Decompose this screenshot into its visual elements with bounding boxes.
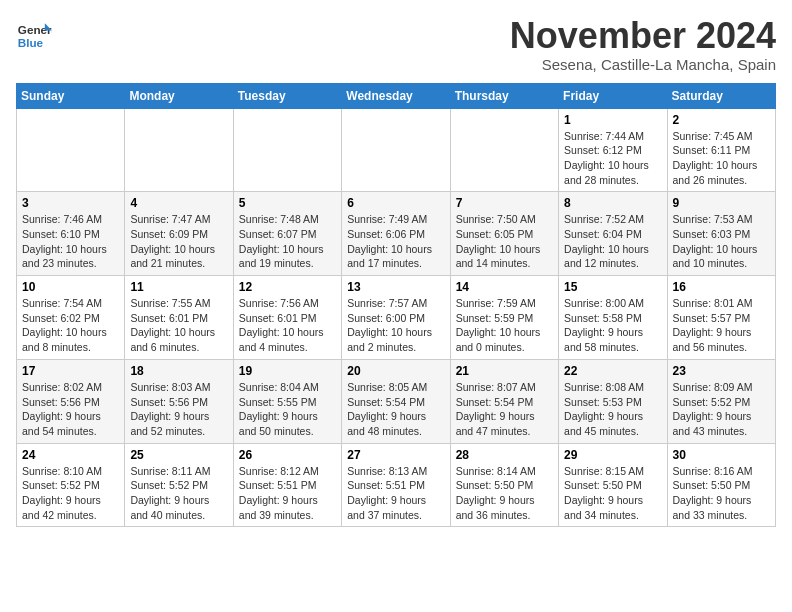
calendar-cell: 22Sunrise: 8:08 AM Sunset: 5:53 PM Dayli… [559,359,667,443]
calendar-cell: 2Sunrise: 7:45 AM Sunset: 6:11 PM Daylig… [667,108,775,192]
calendar-cell: 24Sunrise: 8:10 AM Sunset: 5:52 PM Dayli… [17,443,125,527]
calendar-cell: 5Sunrise: 7:48 AM Sunset: 6:07 PM Daylig… [233,192,341,276]
day-number: 21 [456,364,553,378]
day-info: Sunrise: 8:13 AM Sunset: 5:51 PM Dayligh… [347,464,444,523]
day-info: Sunrise: 7:53 AM Sunset: 6:03 PM Dayligh… [673,212,770,271]
day-number: 9 [673,196,770,210]
location-title: Sesena, Castille-La Mancha, Spain [510,56,776,73]
day-info: Sunrise: 8:03 AM Sunset: 5:56 PM Dayligh… [130,380,227,439]
day-info: Sunrise: 8:00 AM Sunset: 5:58 PM Dayligh… [564,296,661,355]
day-info: Sunrise: 8:10 AM Sunset: 5:52 PM Dayligh… [22,464,119,523]
calendar-cell: 12Sunrise: 7:56 AM Sunset: 6:01 PM Dayli… [233,276,341,360]
day-info: Sunrise: 8:11 AM Sunset: 5:52 PM Dayligh… [130,464,227,523]
weekday-header-row: SundayMondayTuesdayWednesdayThursdayFrid… [17,83,776,108]
weekday-header-sunday: Sunday [17,83,125,108]
day-info: Sunrise: 7:50 AM Sunset: 6:05 PM Dayligh… [456,212,553,271]
day-info: Sunrise: 7:45 AM Sunset: 6:11 PM Dayligh… [673,129,770,188]
calendar-cell: 8Sunrise: 7:52 AM Sunset: 6:04 PM Daylig… [559,192,667,276]
week-row-1: 1Sunrise: 7:44 AM Sunset: 6:12 PM Daylig… [17,108,776,192]
calendar-cell: 30Sunrise: 8:16 AM Sunset: 5:50 PM Dayli… [667,443,775,527]
calendar-cell: 28Sunrise: 8:14 AM Sunset: 5:50 PM Dayli… [450,443,558,527]
svg-text:Blue: Blue [18,36,44,49]
calendar-cell [450,108,558,192]
day-info: Sunrise: 7:55 AM Sunset: 6:01 PM Dayligh… [130,296,227,355]
logo-icon: General Blue [16,16,52,52]
day-number: 5 [239,196,336,210]
calendar-cell: 15Sunrise: 8:00 AM Sunset: 5:58 PM Dayli… [559,276,667,360]
day-number: 29 [564,448,661,462]
week-row-3: 10Sunrise: 7:54 AM Sunset: 6:02 PM Dayli… [17,276,776,360]
day-number: 26 [239,448,336,462]
calendar-cell: 19Sunrise: 8:04 AM Sunset: 5:55 PM Dayli… [233,359,341,443]
calendar-cell: 1Sunrise: 7:44 AM Sunset: 6:12 PM Daylig… [559,108,667,192]
day-number: 15 [564,280,661,294]
day-number: 18 [130,364,227,378]
weekday-header-wednesday: Wednesday [342,83,450,108]
day-number: 28 [456,448,553,462]
day-number: 8 [564,196,661,210]
weekday-header-saturday: Saturday [667,83,775,108]
day-number: 6 [347,196,444,210]
day-number: 19 [239,364,336,378]
calendar-cell: 7Sunrise: 7:50 AM Sunset: 6:05 PM Daylig… [450,192,558,276]
week-row-4: 17Sunrise: 8:02 AM Sunset: 5:56 PM Dayli… [17,359,776,443]
day-number: 22 [564,364,661,378]
calendar-table: SundayMondayTuesdayWednesdayThursdayFrid… [16,83,776,528]
day-number: 11 [130,280,227,294]
day-info: Sunrise: 7:44 AM Sunset: 6:12 PM Dayligh… [564,129,661,188]
calendar-cell: 18Sunrise: 8:03 AM Sunset: 5:56 PM Dayli… [125,359,233,443]
weekday-header-monday: Monday [125,83,233,108]
calendar-cell: 17Sunrise: 8:02 AM Sunset: 5:56 PM Dayli… [17,359,125,443]
calendar-cell: 26Sunrise: 8:12 AM Sunset: 5:51 PM Dayli… [233,443,341,527]
calendar-cell: 27Sunrise: 8:13 AM Sunset: 5:51 PM Dayli… [342,443,450,527]
day-info: Sunrise: 8:01 AM Sunset: 5:57 PM Dayligh… [673,296,770,355]
day-number: 25 [130,448,227,462]
day-info: Sunrise: 7:52 AM Sunset: 6:04 PM Dayligh… [564,212,661,271]
day-info: Sunrise: 8:02 AM Sunset: 5:56 PM Dayligh… [22,380,119,439]
day-info: Sunrise: 8:14 AM Sunset: 5:50 PM Dayligh… [456,464,553,523]
day-info: Sunrise: 7:47 AM Sunset: 6:09 PM Dayligh… [130,212,227,271]
day-number: 7 [456,196,553,210]
calendar-cell: 9Sunrise: 7:53 AM Sunset: 6:03 PM Daylig… [667,192,775,276]
day-number: 30 [673,448,770,462]
day-info: Sunrise: 8:07 AM Sunset: 5:54 PM Dayligh… [456,380,553,439]
calendar-cell: 13Sunrise: 7:57 AM Sunset: 6:00 PM Dayli… [342,276,450,360]
day-info: Sunrise: 8:12 AM Sunset: 5:51 PM Dayligh… [239,464,336,523]
day-number: 12 [239,280,336,294]
day-info: Sunrise: 8:15 AM Sunset: 5:50 PM Dayligh… [564,464,661,523]
calendar-cell [17,108,125,192]
calendar-cell: 16Sunrise: 8:01 AM Sunset: 5:57 PM Dayli… [667,276,775,360]
day-number: 10 [22,280,119,294]
day-info: Sunrise: 7:56 AM Sunset: 6:01 PM Dayligh… [239,296,336,355]
weekday-header-thursday: Thursday [450,83,558,108]
calendar-cell: 6Sunrise: 7:49 AM Sunset: 6:06 PM Daylig… [342,192,450,276]
calendar-cell: 25Sunrise: 8:11 AM Sunset: 5:52 PM Dayli… [125,443,233,527]
calendar-cell: 21Sunrise: 8:07 AM Sunset: 5:54 PM Dayli… [450,359,558,443]
day-number: 27 [347,448,444,462]
day-info: Sunrise: 8:08 AM Sunset: 5:53 PM Dayligh… [564,380,661,439]
day-info: Sunrise: 7:48 AM Sunset: 6:07 PM Dayligh… [239,212,336,271]
day-number: 1 [564,113,661,127]
day-info: Sunrise: 8:04 AM Sunset: 5:55 PM Dayligh… [239,380,336,439]
day-number: 3 [22,196,119,210]
day-info: Sunrise: 7:54 AM Sunset: 6:02 PM Dayligh… [22,296,119,355]
title-area: November 2024 Sesena, Castille-La Mancha… [510,16,776,73]
day-info: Sunrise: 7:46 AM Sunset: 6:10 PM Dayligh… [22,212,119,271]
day-info: Sunrise: 7:59 AM Sunset: 5:59 PM Dayligh… [456,296,553,355]
calendar-cell: 10Sunrise: 7:54 AM Sunset: 6:02 PM Dayli… [17,276,125,360]
calendar-cell: 11Sunrise: 7:55 AM Sunset: 6:01 PM Dayli… [125,276,233,360]
day-number: 17 [22,364,119,378]
calendar-cell [342,108,450,192]
weekday-header-tuesday: Tuesday [233,83,341,108]
day-number: 23 [673,364,770,378]
calendar-cell: 23Sunrise: 8:09 AM Sunset: 5:52 PM Dayli… [667,359,775,443]
calendar-cell: 4Sunrise: 7:47 AM Sunset: 6:09 PM Daylig… [125,192,233,276]
day-number: 20 [347,364,444,378]
calendar-cell: 29Sunrise: 8:15 AM Sunset: 5:50 PM Dayli… [559,443,667,527]
header: General Blue November 2024 Sesena, Casti… [16,16,776,73]
week-row-5: 24Sunrise: 8:10 AM Sunset: 5:52 PM Dayli… [17,443,776,527]
day-number: 24 [22,448,119,462]
day-info: Sunrise: 7:49 AM Sunset: 6:06 PM Dayligh… [347,212,444,271]
calendar-cell: 20Sunrise: 8:05 AM Sunset: 5:54 PM Dayli… [342,359,450,443]
month-title: November 2024 [510,16,776,56]
